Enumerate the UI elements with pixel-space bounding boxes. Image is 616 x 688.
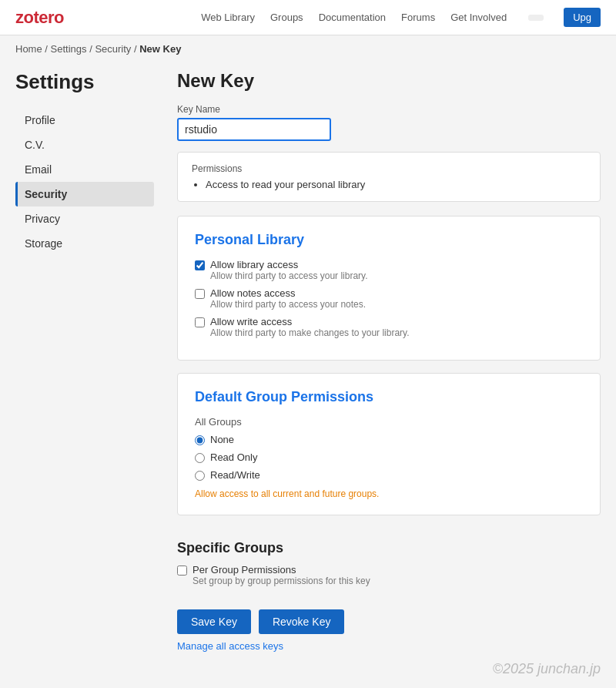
- save-key-button[interactable]: Save Key: [177, 609, 251, 634]
- breadcrumb-settings[interactable]: Settings: [51, 43, 87, 55]
- nav-links: Web Library Groups Documentation Forums …: [201, 8, 601, 27]
- allow-notes-access-label: Allow notes access: [210, 287, 366, 299]
- permissions-list: Access to read your personal library: [206, 179, 586, 190]
- sidebar-item-privacy[interactable]: Privacy: [15, 206, 154, 231]
- radio-none-label: None: [210, 434, 234, 445]
- settings-heading: Settings: [15, 70, 154, 94]
- radio-none[interactable]: [195, 435, 205, 445]
- nav-documentation[interactable]: Documentation: [319, 12, 386, 23]
- radio-none-option: None: [195, 434, 583, 445]
- permissions-summary: Permissions Access to read your personal…: [177, 152, 601, 202]
- breadcrumb-current: New Key: [139, 43, 181, 55]
- sidebar-item-security[interactable]: Security: [15, 182, 154, 206]
- per-group-desc: Set group by group permissions for this …: [192, 576, 370, 586]
- allow-library-access-checkbox[interactable]: [195, 260, 205, 270]
- permissions-list-item: Access to read your personal library: [206, 179, 586, 190]
- allow-library-access-desc: Allow third party to access your library…: [210, 270, 368, 281]
- allow-write-access-checkbox[interactable]: [195, 317, 205, 327]
- group-note: Allow access to all current and future g…: [195, 488, 583, 499]
- sidebar-item-storage[interactable]: Storage: [15, 231, 154, 256]
- per-group-permissions-option: Per Group Permissions Set group by group…: [177, 564, 601, 586]
- sidebar-item-cv[interactable]: C.V.: [15, 133, 154, 157]
- personal-library-title: Personal Library: [195, 232, 583, 248]
- page-title: New Key: [177, 70, 601, 92]
- allow-write-access-label: Allow write access: [210, 316, 410, 327]
- site-logo: zotero: [15, 8, 64, 28]
- breadcrumb-home[interactable]: Home: [15, 43, 42, 55]
- personal-library-card: Personal Library Allow library access Al…: [177, 216, 601, 361]
- nav-groups[interactable]: Groups: [270, 12, 303, 23]
- radio-read-only[interactable]: [195, 453, 205, 463]
- key-name-label: Key Name: [177, 104, 601, 115]
- allow-notes-access-desc: Allow third party to access your notes.: [210, 299, 366, 310]
- footer-watermark: ©2025 junchan.jp: [493, 661, 601, 677]
- nav-forums[interactable]: Forums: [401, 12, 435, 23]
- key-name-field: Key Name: [177, 104, 601, 141]
- radio-read-write[interactable]: [195, 471, 205, 481]
- breadcrumb-security[interactable]: Security: [95, 43, 131, 55]
- action-buttons: Save Key Revoke Key: [177, 609, 601, 634]
- manage-keys-link[interactable]: Manage all access keys: [177, 640, 601, 652]
- allow-notes-access-checkbox[interactable]: [195, 289, 205, 299]
- specific-groups-title: Specific Groups: [177, 540, 601, 556]
- allow-library-access-option: Allow library access Allow third party t…: [195, 259, 583, 281]
- upgrade-button[interactable]: Upg: [564, 8, 601, 27]
- page-layout: Settings Profile C.V. Email Security Pri…: [0, 62, 616, 683]
- radio-read-write-option: Read/Write: [195, 469, 583, 481]
- radio-read-only-option: Read Only: [195, 451, 583, 463]
- nav-get-involved[interactable]: Get Involved: [450, 12, 507, 23]
- allow-write-access-desc: Allow third party to make changes to you…: [210, 327, 410, 338]
- nav-web-library[interactable]: Web Library: [201, 12, 255, 23]
- user-button[interactable]: [528, 15, 544, 21]
- permissions-summary-label: Permissions: [192, 163, 586, 174]
- default-group-permissions-card: Default Group Permissions All Groups Non…: [177, 373, 601, 515]
- allow-write-access-option: Allow write access Allow third party to …: [195, 316, 583, 338]
- all-groups-label: All Groups: [195, 416, 583, 428]
- allow-library-access-label: Allow library access: [210, 259, 368, 270]
- sidebar-item-profile[interactable]: Profile: [15, 108, 154, 133]
- allow-notes-access-option: Allow notes access Allow third party to …: [195, 287, 583, 310]
- per-group-checkbox[interactable]: [177, 566, 187, 576]
- per-group-label: Per Group Permissions: [192, 564, 370, 576]
- sidebar-item-email[interactable]: Email: [15, 157, 154, 182]
- revoke-key-button[interactable]: Revoke Key: [259, 609, 344, 634]
- sidebar-nav: Profile C.V. Email Security Privacy Stor…: [15, 108, 154, 256]
- specific-groups-section: Specific Groups Per Group Permissions Se…: [177, 528, 601, 586]
- sidebar: Settings Profile C.V. Email Security Pri…: [15, 70, 154, 652]
- default-group-title: Default Group Permissions: [195, 389, 583, 405]
- key-name-input[interactable]: [177, 118, 331, 141]
- main-content: New Key Key Name Permissions Access to r…: [154, 70, 601, 652]
- radio-read-only-label: Read Only: [210, 451, 257, 463]
- radio-read-write-label: Read/Write: [210, 469, 260, 481]
- top-nav: zotero Web Library Groups Documentation …: [0, 0, 616, 35]
- breadcrumb: Home / Settings / Security / New Key: [0, 35, 616, 62]
